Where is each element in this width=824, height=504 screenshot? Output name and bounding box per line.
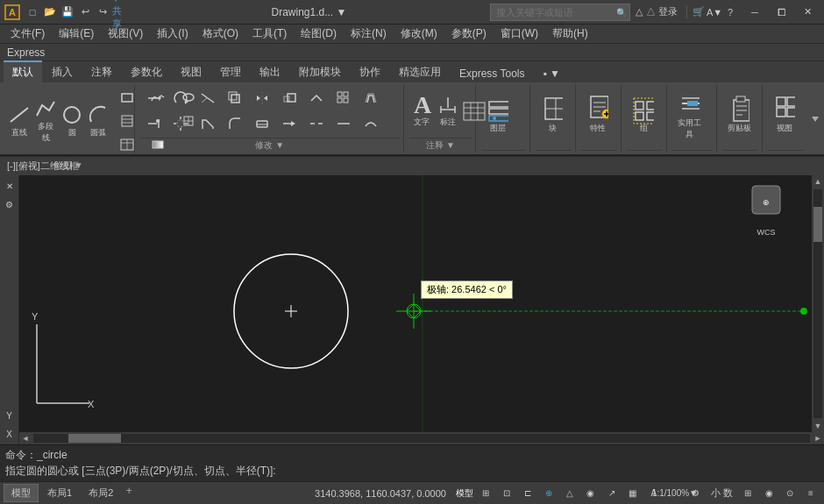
menu-modify[interactable]: 修改(M) <box>394 25 444 44</box>
tab-more[interactable]: ▪ ▼ <box>534 64 568 82</box>
fillet-button[interactable] <box>222 111 248 136</box>
close-button[interactable]: ✕ <box>794 0 820 25</box>
scroll-down-button[interactable]: ▼ <box>812 420 824 432</box>
minimize-button[interactable]: ─ <box>742 0 768 25</box>
add-layout-button[interactable]: + <box>122 484 136 498</box>
menu-file[interactable]: 文件(F) <box>4 25 52 44</box>
left-tool-1[interactable]: ✕ <box>1 177 18 195</box>
undo-button[interactable]: ↩ <box>77 4 93 20</box>
decimal-label[interactable]: 小 数 <box>707 486 736 500</box>
otrack-icon[interactable]: ◉ <box>581 484 600 503</box>
break-button[interactable] <box>303 111 330 136</box>
transparency-icon[interactable]: ▦ <box>623 484 643 503</box>
grid-icon[interactable]: ⊞ <box>476 484 495 503</box>
scroll-right-button[interactable]: ► <box>812 432 824 444</box>
restore-button[interactable]: ⧠ <box>768 0 794 25</box>
explode-button[interactable] <box>167 111 194 136</box>
save-button[interactable]: 💾 <box>60 4 75 20</box>
tab-layout2[interactable]: 布局2 <box>81 484 121 502</box>
blocks-button[interactable]: 块 <box>536 93 569 142</box>
cmd-input-text[interactable]: 指定圆的半径或 [直径(D)] <80.0000>: 25 <box>66 480 254 481</box>
model-space-icon[interactable]: 模型 <box>455 484 474 503</box>
canvas-area[interactable]: ⊕ WCS <box>19 175 812 432</box>
scroll-thumb-h[interactable] <box>68 434 121 443</box>
menu-edit[interactable]: 编辑(E) <box>52 25 101 44</box>
tab-view[interactable]: 视图 <box>172 61 210 82</box>
draw-line-button[interactable]: 直线 <box>7 96 32 146</box>
new-button[interactable]: □ <box>25 4 40 20</box>
menu-insert[interactable]: 插入(I) <box>150 25 195 44</box>
group-button[interactable]: 组 <box>627 93 660 142</box>
lengthen-button[interactable] <box>276 111 302 136</box>
tab-annotation[interactable]: 注释 <box>82 61 121 82</box>
text-button[interactable]: A 文字 <box>409 87 434 136</box>
menu-tools[interactable]: 工具(T) <box>245 25 294 44</box>
chamfer-button[interactable] <box>195 111 221 136</box>
properties-button[interactable]: 特性 <box>581 93 614 142</box>
tab-default[interactable]: 默认 <box>4 60 42 82</box>
stretch-button[interactable] <box>303 86 330 110</box>
scale-display[interactable]: 1:1/100%▼ <box>665 484 685 503</box>
join-button[interactable] <box>330 111 357 136</box>
tab-featured[interactable]: 精选应用 <box>390 61 450 82</box>
layers-button[interactable]: 图层 <box>481 93 515 142</box>
ortho-icon[interactable]: ⊏ <box>518 484 537 503</box>
snap-icon[interactable]: ⊡ <box>497 484 516 503</box>
right-scrollbar[interactable]: ▲ ▼ <box>812 175 824 432</box>
scroll-up-button[interactable]: ▲ <box>812 175 824 188</box>
share-button[interactable]: ✈ 共享 <box>112 4 128 20</box>
erase-button[interactable] <box>249 111 275 136</box>
scroll-track-v[interactable] <box>813 189 822 418</box>
scale-button[interactable] <box>276 86 302 110</box>
bottom-scrollbar[interactable]: ◄ ► <box>19 432 824 444</box>
tab-manage[interactable]: 管理 <box>211 61 250 82</box>
mirror-button[interactable] <box>249 86 275 110</box>
menu-params[interactable]: 参数(P) <box>444 25 494 44</box>
tab-express[interactable]: Express Tools <box>451 64 533 82</box>
help-icon[interactable]: ? <box>722 4 738 20</box>
copy-button[interactable] <box>222 86 248 110</box>
settings-icon[interactable]: A▼ <box>707 4 722 20</box>
menu-icon[interactable]: ≡ <box>801 484 820 503</box>
ribbon-expand[interactable] <box>810 84 820 153</box>
menu-dimension[interactable]: 标注(N) <box>344 25 394 44</box>
offset-button[interactable] <box>358 86 384 110</box>
dimension-button[interactable]: 标注 <box>436 87 460 136</box>
move-button[interactable] <box>140 86 167 110</box>
draw-polyline-button[interactable]: 多段线 <box>33 96 58 146</box>
menu-draw[interactable]: 绘图(D) <box>294 25 344 44</box>
view-button[interactable]: 视图 <box>768 93 801 142</box>
main-drawing-svg[interactable]: Y X <box>19 175 812 432</box>
scroll-left-button[interactable]: ◄ <box>19 432 32 444</box>
draw-circle-button[interactable]: 圆 <box>60 96 84 146</box>
trim-button[interactable] <box>195 86 221 110</box>
scroll-track-h[interactable] <box>33 434 810 443</box>
rotate-button[interactable] <box>167 86 194 110</box>
cart-icon[interactable]: 🛒 <box>691 4 707 20</box>
settings-gear[interactable]: ⚙ <box>686 484 706 503</box>
redo-button[interactable]: ↪ <box>95 4 110 20</box>
menu-view[interactable]: 视图(V) <box>101 25 150 44</box>
tab-addons[interactable]: 附加模块 <box>290 61 350 82</box>
login-label[interactable]: △ 登录 <box>646 5 678 18</box>
tab-model[interactable]: 模型 <box>4 484 39 502</box>
tab-output[interactable]: 输出 <box>251 61 289 82</box>
search-input[interactable] <box>490 4 630 21</box>
menu-format[interactable]: 格式(O) <box>195 25 245 44</box>
customui-icon[interactable]: ◉ <box>759 484 778 503</box>
left-tool-3[interactable]: Y <box>1 407 18 424</box>
array-button[interactable] <box>330 86 357 110</box>
menu-help[interactable]: 帮助(H) <box>545 25 595 44</box>
tab-insert[interactable]: 插入 <box>43 61 82 82</box>
polar-icon[interactable]: ⊕ <box>539 484 558 503</box>
reverse-button[interactable] <box>358 111 384 136</box>
menu-window[interactable]: 窗口(W) <box>494 25 545 44</box>
left-tool-4[interactable]: X <box>1 425 18 443</box>
draw-arc-button[interactable]: 圆弧 <box>86 96 110 146</box>
tab-collab[interactable]: 协作 <box>351 61 389 82</box>
tab-layout1[interactable]: 布局1 <box>39 484 80 502</box>
tab-parametric[interactable]: 参数化 <box>122 61 171 82</box>
clipboard-button[interactable]: 剪贴板 <box>722 93 756 142</box>
grid2-icon[interactable]: ⊞ <box>738 484 757 503</box>
osnap-icon[interactable]: △ <box>560 484 579 503</box>
